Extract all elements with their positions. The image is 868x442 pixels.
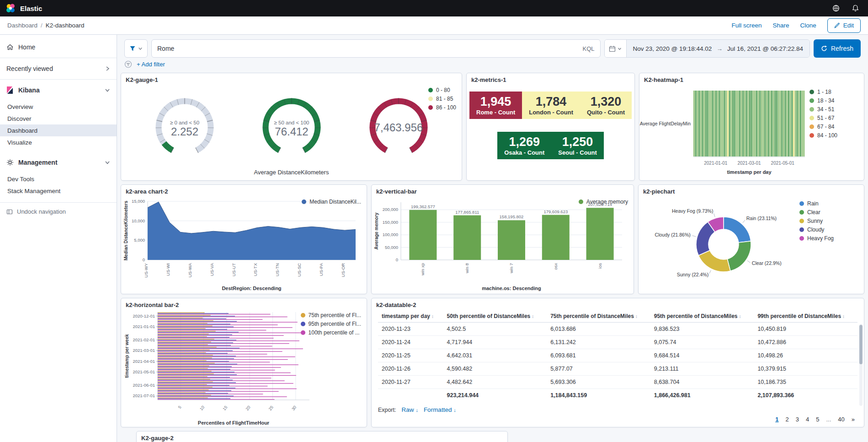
legend-item[interactable]: 67 - 84 xyxy=(809,124,853,130)
refresh-button[interactable]: Refresh xyxy=(814,39,861,58)
gear-icon xyxy=(6,159,14,166)
legend-item[interactable]: Heavy Fog xyxy=(799,235,843,242)
notifications-bell-icon[interactable] xyxy=(848,1,863,16)
table-cell: 10,450.819 xyxy=(754,323,857,336)
legend-item[interactable]: 81 - 85 xyxy=(428,96,456,102)
panel-title: K2-gauge-1 xyxy=(121,73,462,84)
legend-item[interactable]: 18 - 34 xyxy=(809,97,853,104)
export-raw-link[interactable]: Raw ↓ xyxy=(402,406,418,413)
sidebar-item-visualize[interactable]: Visualize xyxy=(0,136,117,148)
pencil-icon xyxy=(834,22,840,28)
page-button[interactable]: 2 xyxy=(786,416,789,423)
section-label: Management xyxy=(18,159,58,166)
table-cell: 9,075.74 xyxy=(650,336,754,349)
svg-text:Cloudy (21.86%): Cloudy (21.86%) xyxy=(655,232,691,237)
panel-k2-horizontal-bar-2: k2-horizontal bar-2 510152025302020-12-0… xyxy=(121,298,367,427)
sidebar-section-management[interactable]: Management xyxy=(0,153,117,172)
full-screen-button[interactable]: Full screen xyxy=(731,22,761,29)
elastic-logo[interactable] xyxy=(5,3,16,13)
sidebar-item-dashboard[interactable]: Dashboard xyxy=(0,124,117,136)
filter-options-icon[interactable] xyxy=(124,60,132,68)
sidebar-item-dev-tools[interactable]: Dev Tools xyxy=(0,173,117,185)
edit-button[interactable]: Edit xyxy=(827,18,861,33)
table-cell: 4,482.642 xyxy=(443,376,547,389)
chevron-down-icon xyxy=(105,160,110,165)
svg-text:2021-07-01: 2021-07-01 xyxy=(133,393,155,398)
export-row: Export:Raw ↓Formatted ↓ xyxy=(378,406,857,413)
scrollbar[interactable] xyxy=(859,324,863,406)
share-button[interactable]: Share xyxy=(772,22,789,29)
legend-item[interactable]: Average memory xyxy=(579,199,628,205)
page-button[interactable]: 5 xyxy=(816,416,819,423)
legend-item[interactable]: 34 - 51 xyxy=(809,106,853,113)
svg-text:30: 30 xyxy=(291,405,297,411)
sidebar-item-recently-viewed[interactable]: Recently viewed xyxy=(0,59,117,78)
svg-text:2021-02-01: 2021-02-01 xyxy=(133,337,155,342)
gauge-chart: ≥ 0 and < 502.252≥ 50 and < 10076.4127,4… xyxy=(121,84,462,180)
page-button[interactable]: 4 xyxy=(806,416,809,423)
svg-text:100,000: 100,000 xyxy=(383,232,398,237)
page-button[interactable]: 40 xyxy=(838,416,844,423)
date-from[interactable]: Nov 23, 2020 @ 19:18:44.02 xyxy=(633,45,712,52)
deployment-globe-icon[interactable] xyxy=(829,1,843,16)
legend-item[interactable]: Median DistanceKil... xyxy=(302,199,361,205)
sidebar-item-overview[interactable]: Overview xyxy=(0,101,117,113)
svg-text:Percentiles of FlightTimeHour: Percentiles of FlightTimeHour xyxy=(198,420,270,426)
svg-text:US-WI: US-WI xyxy=(165,263,170,276)
add-filter-button[interactable]: + Add filter xyxy=(137,61,165,68)
panel-k2-vertical-bar: k2-vertical-bar 050,000100,000150,000200… xyxy=(371,184,634,294)
column-header[interactable]: 99th percentile of DistanceMiles↕ xyxy=(754,309,857,323)
undock-navigation-button[interactable]: Undock navigation xyxy=(0,204,117,220)
sidebar-section-kibana[interactable]: Kibana xyxy=(0,81,117,100)
legend-item[interactable]: 86 - 100 xyxy=(428,104,456,111)
sidebar-item-home[interactable]: Home xyxy=(0,38,117,57)
svg-text:15,000: 15,000 xyxy=(132,199,145,204)
table-cell: 6,093.681 xyxy=(547,349,650,362)
table-cell: 5,877.07 xyxy=(547,362,650,376)
legend-item[interactable]: Clear xyxy=(799,209,843,216)
column-header[interactable]: 75th percentile of DistanceMiles↕ xyxy=(547,309,650,323)
column-header[interactable]: 95th percentile of DistanceMiles↕ xyxy=(650,309,754,323)
breadcrumb-dashboard-link[interactable]: Dashboard xyxy=(7,22,37,29)
svg-text:Clear (22.9%): Clear (22.9%) xyxy=(752,260,782,266)
legend-item[interactable]: 95th percentile of Fl... xyxy=(301,321,361,327)
date-to[interactable]: Jul 16, 2021 @ 06:27:22.84 xyxy=(727,45,803,52)
date-picker-button[interactable] xyxy=(605,40,627,57)
svg-text:200,000: 200,000 xyxy=(383,207,398,212)
saved-query-menu-button[interactable] xyxy=(124,39,148,58)
query-input[interactable] xyxy=(157,45,579,52)
svg-text:US-TX: US-TX xyxy=(253,263,258,276)
sidebar-item-label: Recently viewed xyxy=(6,65,53,72)
legend-item[interactable]: Sunny xyxy=(799,218,843,224)
sidebar-item-discover[interactable]: Discover xyxy=(0,113,117,124)
table-cell: 2020-11-26 xyxy=(378,362,443,376)
legend-item[interactable]: Rain xyxy=(799,200,843,207)
legend-item[interactable]: 100th percentile of ... xyxy=(301,329,361,336)
legend-item[interactable]: 1 - 18 xyxy=(809,89,853,95)
clone-button[interactable]: Clone xyxy=(800,22,816,29)
export-label: Export: xyxy=(378,407,396,413)
svg-text:199,362.577: 199,362.577 xyxy=(411,204,435,209)
legend-item[interactable]: 75th percentile of Fl... xyxy=(301,312,361,318)
column-header[interactable]: timestamp per day↕ xyxy=(378,309,443,323)
svg-text:2021-03-01: 2021-03-01 xyxy=(133,348,155,353)
export-formatted-link[interactable]: Formatted ↓ xyxy=(424,406,456,413)
next-page-button[interactable]: » xyxy=(852,416,855,423)
legend-item[interactable]: 0 - 80 xyxy=(428,87,456,93)
dashboard-grid: K2-gauge-1 ≥ 0 and < 502.252≥ 50 and < 1… xyxy=(117,72,868,442)
sidebar-item-stack-management[interactable]: Stack Management xyxy=(0,185,117,197)
column-header[interactable]: 50th percentile of DistanceMiles↕ xyxy=(443,309,547,323)
table-cell: 9,684.514 xyxy=(650,349,754,362)
legend-item[interactable]: Cloudy xyxy=(799,226,843,233)
svg-text:50,000: 50,000 xyxy=(385,245,398,250)
legend-item[interactable]: 84 - 100 xyxy=(809,132,853,139)
page-button[interactable]: 3 xyxy=(796,416,799,423)
svg-text:177,865.811: 177,865.811 xyxy=(455,210,479,215)
svg-text:5,000: 5,000 xyxy=(134,237,145,243)
kql-language-button[interactable]: KQL xyxy=(583,45,595,52)
legend-item[interactable]: 51 - 67 xyxy=(809,115,853,121)
page-button[interactable]: 1 xyxy=(775,416,778,423)
svg-text:US-SC: US-SC xyxy=(297,263,302,277)
table-cell: 2020-11-25 xyxy=(378,349,443,362)
svg-text:US-OR: US-OR xyxy=(341,263,346,277)
